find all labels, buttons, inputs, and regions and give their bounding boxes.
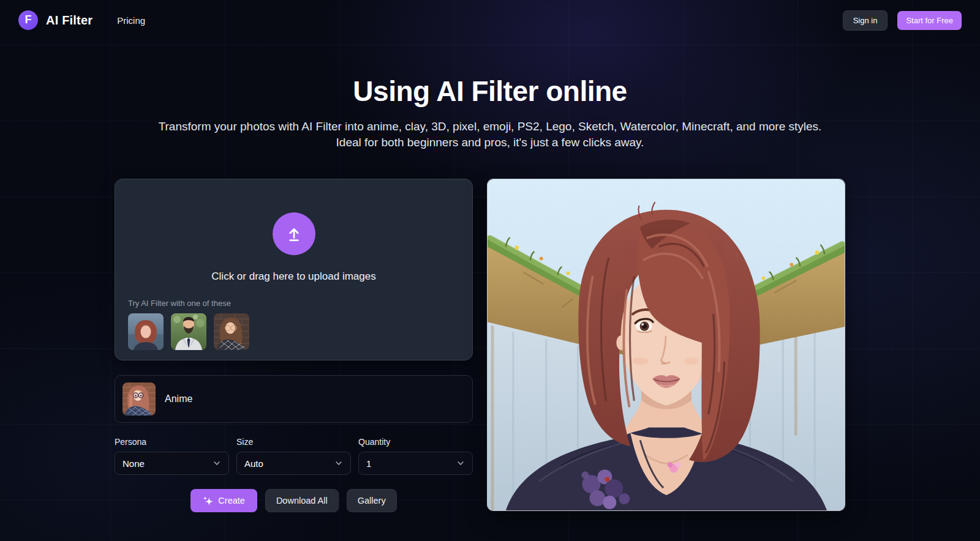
top-nav: F AI Filter Pricing Sign in Start for Fr… — [0, 0, 980, 40]
chevron-down-icon — [213, 459, 221, 468]
persona-label: Persona — [115, 437, 229, 447]
page: F AI Filter Pricing Sign in Start for Fr… — [0, 0, 980, 541]
quantity-select[interactable]: 1 — [358, 452, 473, 475]
size-label: Size — [236, 437, 351, 447]
persona-field: Persona None — [115, 437, 229, 475]
page-title: Using AI Filter online — [0, 75, 980, 108]
nav-link-pricing[interactable]: Pricing — [117, 15, 145, 26]
selected-style-label: Anime — [165, 394, 192, 405]
samples-label: Try AI Filter with one of these — [128, 299, 472, 308]
sparkles-icon — [203, 496, 213, 506]
size-value: Auto — [244, 458, 263, 469]
chevron-down-icon — [334, 459, 343, 468]
sample-photo-3[interactable] — [214, 313, 249, 350]
size-field: Size Auto — [236, 437, 351, 475]
start-for-free-button[interactable]: Start for Free — [897, 11, 962, 30]
upload-dropzone[interactable]: Click or drag here to upload images Try … — [115, 179, 473, 360]
persona-select[interactable]: None — [115, 452, 229, 475]
samples-row — [128, 313, 472, 350]
brand-title: AI Filter — [46, 13, 92, 28]
quantity-value: 1 — [366, 458, 371, 469]
create-button-label: Create — [218, 496, 245, 506]
create-button[interactable]: Create — [190, 489, 257, 512]
actions-row: Create Download All Gallery — [115, 489, 473, 512]
upload-caption: Click or drag here to upload images — [115, 270, 472, 283]
app-logo[interactable]: F — [18, 10, 38, 30]
persona-value: None — [123, 458, 145, 469]
sample-photo-1[interactable] — [128, 313, 164, 350]
quantity-label: Quantity — [358, 437, 473, 447]
upload-icon — [273, 212, 315, 255]
right-column — [487, 179, 845, 512]
sign-in-button[interactable]: Sign in — [843, 10, 888, 31]
chevron-down-icon — [456, 459, 465, 468]
quantity-field: Quantity 1 — [358, 437, 473, 475]
style-picker[interactable]: Anime — [115, 375, 473, 423]
main-content: Click or drag here to upload images Try … — [115, 179, 845, 512]
result-image — [487, 179, 845, 511]
download-all-button[interactable]: Download All — [265, 489, 339, 512]
left-column: Click or drag here to upload images Try … — [115, 179, 473, 512]
controls-row: Persona None Size Auto Quantity — [115, 437, 473, 475]
logo-letter-icon: F — [25, 13, 32, 26]
hero-section: Using AI Filter online Transform your ph… — [0, 75, 980, 151]
sample-photo-2[interactable] — [171, 313, 206, 350]
gallery-button[interactable]: Gallery — [347, 489, 397, 512]
page-subtitle: Transform your photos with AI Filter int… — [155, 119, 826, 151]
anime-style-thumbnail — [123, 382, 156, 416]
size-select[interactable]: Auto — [236, 452, 351, 475]
